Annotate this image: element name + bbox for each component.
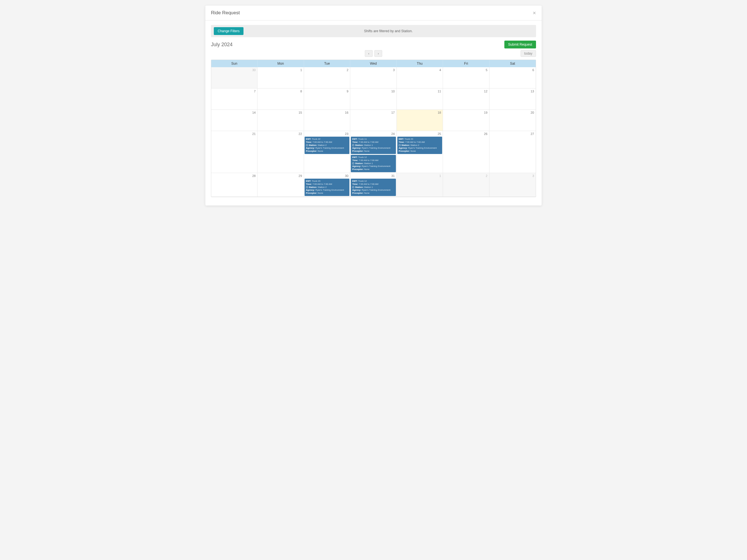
calendar-cell[interactable]: 25EMT: Truck 23Time: 7:00 AM to 7:00 AMS… bbox=[397, 131, 443, 173]
calendar-cell[interactable]: 4 bbox=[397, 67, 443, 88]
calendar: SunMonTueWedThuFriSat 301234567891011121… bbox=[211, 60, 536, 197]
date-number: 25 bbox=[438, 132, 441, 135]
calendar-cell[interactable]: 2 bbox=[443, 173, 489, 197]
date-number: 4 bbox=[439, 68, 441, 72]
shift-event[interactable]: EMT: Truck 22Time: 7:00 AM to 7:00 AMSta… bbox=[305, 137, 350, 154]
calendar-cell[interactable]: 12 bbox=[443, 88, 489, 110]
toolbar-row: July 2024 Submit Request bbox=[211, 41, 536, 49]
calendar-cell[interactable]: 9 bbox=[304, 88, 350, 110]
calendar-cell[interactable]: 6 bbox=[489, 67, 536, 88]
calendar-cell[interactable]: 27 bbox=[489, 131, 536, 173]
date-number: 7 bbox=[254, 89, 256, 93]
day-header: Wed bbox=[350, 60, 396, 67]
date-number: 13 bbox=[531, 89, 534, 93]
calendar-cell[interactable]: 7 bbox=[211, 88, 258, 110]
date-number: 30 bbox=[345, 174, 348, 178]
calendar-cell[interactable]: 14 bbox=[211, 110, 258, 131]
radio-icon[interactable] bbox=[306, 186, 308, 188]
calendar-cell[interactable]: 26 bbox=[443, 131, 489, 173]
date-number: 17 bbox=[391, 111, 394, 114]
calendar-cell[interactable]: 20 bbox=[489, 110, 536, 131]
calendar-cell[interactable]: 30 bbox=[211, 67, 258, 88]
date-number: 8 bbox=[300, 89, 302, 93]
modal-body: Change Filters Shifts are filtered by an… bbox=[205, 21, 542, 206]
day-header: Mon bbox=[258, 60, 304, 67]
date-number: 11 bbox=[438, 89, 441, 93]
radio-icon[interactable] bbox=[306, 144, 308, 146]
calendar-cell[interactable]: 31EMT: Truck 12Time: 7:00 AM to 7:00 AMS… bbox=[350, 173, 396, 197]
calendar-cell[interactable]: 30EMT: Truck 23Time: 7:00 AM to 7:00 AMS… bbox=[304, 173, 350, 197]
submit-request-button[interactable]: Submit Request bbox=[504, 41, 536, 49]
calendar-cell[interactable]: 21 bbox=[211, 131, 258, 173]
date-number: 29 bbox=[299, 174, 302, 178]
date-number: 19 bbox=[484, 111, 487, 114]
shift-event[interactable]: EMT: Truck 23Time: 7:00 AM to 7:00 AMSta… bbox=[305, 179, 350, 196]
prev-month-button[interactable]: ‹ bbox=[365, 50, 373, 57]
calendar-cell[interactable]: 2 bbox=[304, 67, 350, 88]
calendar-cell[interactable]: 5 bbox=[443, 67, 489, 88]
calendar-cell[interactable]: 17 bbox=[350, 110, 396, 131]
calendar-cell[interactable]: 28 bbox=[211, 173, 258, 197]
date-number: 31 bbox=[391, 174, 394, 178]
calendar-nav-row: ‹ › today bbox=[211, 50, 536, 57]
shift-event[interactable]: EMT: Truck 12Time: 7:00 AM to 7:00 AMSta… bbox=[351, 179, 396, 196]
shift-event[interactable]: EMT: Truck 11Time: 7:00 AM to 7:00 AMSta… bbox=[351, 137, 396, 154]
calendar-header-row: SunMonTueWedThuFriSat bbox=[211, 60, 536, 67]
date-number: 24 bbox=[391, 132, 394, 135]
date-number: 5 bbox=[486, 68, 487, 72]
date-number: 18 bbox=[438, 111, 441, 114]
date-number: 2 bbox=[346, 68, 348, 72]
calendar-cell[interactable]: 15 bbox=[258, 110, 304, 131]
today-button[interactable]: today bbox=[521, 50, 536, 57]
calendar-cell[interactable]: 16 bbox=[304, 110, 350, 131]
close-button[interactable]: × bbox=[533, 10, 536, 16]
calendar-cell[interactable]: 1 bbox=[397, 173, 443, 197]
calendar-cell[interactable]: 8 bbox=[258, 88, 304, 110]
radio-icon[interactable] bbox=[352, 144, 354, 146]
nav-button-group: ‹ › bbox=[365, 50, 382, 57]
calendar-cell[interactable]: 23EMT: Truck 22Time: 7:00 AM to 7:00 AMS… bbox=[304, 131, 350, 173]
modal-title: Ride Request bbox=[211, 10, 240, 16]
shift-event[interactable]: EMT: Truck 12Time: 7:00 AM to 7:00 AMSta… bbox=[351, 155, 396, 172]
date-number: 1 bbox=[300, 68, 302, 72]
date-number: 1 bbox=[439, 174, 441, 178]
date-number: 20 bbox=[531, 111, 534, 114]
calendar-cell[interactable]: 3 bbox=[350, 67, 396, 88]
filter-bar: Change Filters Shifts are filtered by an… bbox=[211, 25, 536, 37]
next-month-button[interactable]: › bbox=[374, 50, 382, 57]
date-number: 15 bbox=[299, 111, 302, 114]
day-header: Thu bbox=[397, 60, 443, 67]
date-number: 3 bbox=[532, 174, 534, 178]
calendar-cell[interactable]: 19 bbox=[443, 110, 489, 131]
ride-request-modal: Ride Request × Change Filters Shifts are… bbox=[205, 6, 542, 206]
calendar-cell[interactable]: 29 bbox=[258, 173, 304, 197]
calendar-cell[interactable]: 3 bbox=[489, 173, 536, 197]
calendar-cell[interactable]: 22 bbox=[258, 131, 304, 173]
date-number: 21 bbox=[252, 132, 256, 135]
radio-icon[interactable] bbox=[352, 186, 354, 188]
radio-icon[interactable] bbox=[399, 144, 401, 146]
calendar-cell[interactable]: 10 bbox=[350, 88, 396, 110]
radio-icon[interactable] bbox=[352, 162, 354, 164]
calendar-cell[interactable]: 11 bbox=[397, 88, 443, 110]
date-number: 14 bbox=[252, 111, 256, 114]
change-filters-button[interactable]: Change Filters bbox=[214, 27, 243, 35]
date-number: 10 bbox=[391, 89, 394, 93]
date-number: 30 bbox=[252, 68, 256, 72]
calendar-cell[interactable]: 24EMT: Truck 11Time: 7:00 AM to 7:00 AMS… bbox=[350, 131, 396, 173]
month-label: July 2024 bbox=[211, 42, 233, 48]
date-number: 23 bbox=[345, 132, 348, 135]
day-header: Tue bbox=[304, 60, 350, 67]
day-header: Sun bbox=[211, 60, 258, 67]
date-number: 22 bbox=[299, 132, 302, 135]
calendar-cell[interactable]: 13 bbox=[489, 88, 536, 110]
day-header: Fri bbox=[443, 60, 489, 67]
date-number: 3 bbox=[393, 68, 395, 72]
date-number: 2 bbox=[486, 174, 487, 178]
shift-event[interactable]: EMT: Truck 23Time: 7:00 AM to 7:00 AMSta… bbox=[397, 137, 442, 154]
date-number: 16 bbox=[345, 111, 348, 114]
date-number: 27 bbox=[531, 132, 534, 135]
filter-status-text: Shifts are filtered by and Station. bbox=[243, 29, 533, 33]
calendar-cell[interactable]: 18 bbox=[397, 110, 443, 131]
calendar-cell[interactable]: 1 bbox=[258, 67, 304, 88]
